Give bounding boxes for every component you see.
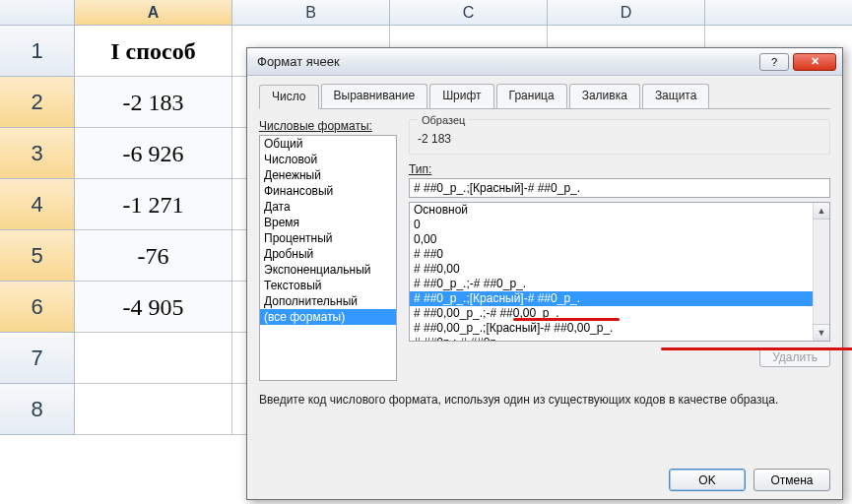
type-item[interactable]: # ##0,00 (410, 262, 829, 277)
format-item[interactable]: Дополнительный (260, 293, 396, 309)
format-item[interactable]: Время (260, 215, 396, 230)
tab-0[interactable]: Число (259, 85, 319, 109)
type-item[interactable]: # ##0,00_р_.;-# ##0,00_р_. (410, 306, 829, 321)
delete-button[interactable]: Удалить (759, 347, 830, 367)
row-header[interactable]: 8 (0, 384, 75, 435)
type-item[interactable]: # ##0,00_р_.;[Красный]-# ##0,00_р_. (410, 321, 829, 336)
cell-a7[interactable] (75, 333, 232, 384)
format-item[interactable]: Финансовый (260, 183, 396, 199)
sample-label: Образец (418, 114, 469, 126)
type-list-scrollbar[interactable]: ▲ ▼ (813, 203, 829, 341)
help-icon: ? (771, 56, 777, 68)
tab-5[interactable]: Защита (642, 84, 710, 108)
row-header[interactable]: 1 (0, 26, 75, 77)
row-header[interactable]: 2 (0, 77, 75, 128)
format-item[interactable]: Текстовый (260, 278, 396, 293)
row-header[interactable]: 7 (0, 333, 75, 384)
formats-label: Числовые форматы: (259, 119, 397, 133)
format-item[interactable]: (все форматы) (260, 309, 396, 325)
cell-a4[interactable]: -1 271 (75, 179, 232, 230)
cell-a2[interactable]: -2 183 (75, 77, 232, 128)
cell-a3[interactable]: -6 926 (75, 128, 232, 179)
tab-3[interactable]: Граница (496, 84, 567, 108)
cell-a6[interactable]: -4 905 (75, 282, 232, 333)
ok-button[interactable]: OK (669, 469, 746, 491)
close-button[interactable]: ✕ (793, 53, 836, 71)
tab-1[interactable]: Выравнивание (321, 84, 428, 108)
format-item[interactable]: Общий (260, 136, 396, 152)
type-item[interactable]: Основной (410, 203, 829, 218)
type-item[interactable]: 0 (410, 218, 829, 232)
format-item[interactable]: Экспоненциальный (260, 262, 396, 278)
scroll-up-icon[interactable]: ▲ (814, 203, 829, 220)
row-header[interactable]: 5 (0, 230, 75, 282)
annotation-underline-1 (513, 318, 620, 321)
type-list[interactable]: Основной00,00# ##0# ##0,00# ##0_р_.;-# #… (409, 202, 830, 342)
number-formats-list[interactable]: ОбщийЧисловойДенежныйФинансовыйДатаВремя… (259, 135, 397, 381)
tab-4[interactable]: Заливка (569, 84, 640, 108)
format-item[interactable]: Дробный (260, 246, 396, 262)
format-item[interactable]: Дата (260, 199, 396, 215)
dialog-title: Формат ячеек (257, 54, 755, 69)
annotation-underline-2 (661, 347, 852, 350)
type-label: Тип: (409, 162, 830, 176)
col-header-B[interactable]: B (232, 0, 390, 25)
row-header[interactable]: 4 (0, 179, 75, 230)
format-item[interactable]: Денежный (260, 167, 396, 183)
type-item[interactable]: # ##0 (410, 247, 829, 262)
type-input[interactable] (409, 178, 830, 198)
scroll-down-icon[interactable]: ▼ (814, 324, 829, 341)
col-header-C[interactable]: C (390, 0, 548, 25)
select-all-corner[interactable] (0, 0, 75, 25)
tab-2[interactable]: Шрифт (429, 84, 493, 108)
type-item[interactable]: 0,00 (410, 232, 829, 247)
cancel-button[interactable]: Отмена (754, 469, 830, 491)
dialog-tabs: ЧислоВыравниваниеШрифтГраницаЗаливкаЗащи… (259, 84, 830, 109)
dialog-titlebar[interactable]: Формат ячеек ? ✕ (247, 48, 842, 76)
type-item[interactable]: # ##0р.;-# ##0р. (410, 336, 829, 342)
col-header-A[interactable]: A (75, 0, 232, 25)
format-item[interactable]: Процентный (260, 230, 396, 246)
format-hint: Введите код числового формата, используя… (259, 393, 830, 407)
format-cells-dialog: Формат ячеек ? ✕ ЧислоВыравниваниеШрифтГ… (246, 47, 843, 500)
sample-value: -2 183 (418, 132, 821, 146)
type-item[interactable]: # ##0_р_.;[Красный]-# ##0_р_. (410, 291, 829, 306)
close-icon: ✕ (811, 55, 819, 68)
col-header-D[interactable]: D (548, 0, 705, 25)
row-header[interactable]: 6 (0, 282, 75, 333)
help-button[interactable]: ? (759, 53, 789, 71)
format-item[interactable]: Числовой (260, 152, 396, 167)
sample-box: Образец -2 183 (409, 119, 830, 155)
row-header[interactable]: 3 (0, 128, 75, 179)
cell-a8[interactable] (75, 384, 232, 435)
type-item[interactable]: # ##0_р_.;-# ##0_р_. (410, 277, 829, 291)
cell-a5[interactable]: -76 (75, 230, 232, 282)
column-header-row: A B C D (0, 0, 852, 26)
cell-a1[interactable]: I способ (75, 26, 232, 77)
